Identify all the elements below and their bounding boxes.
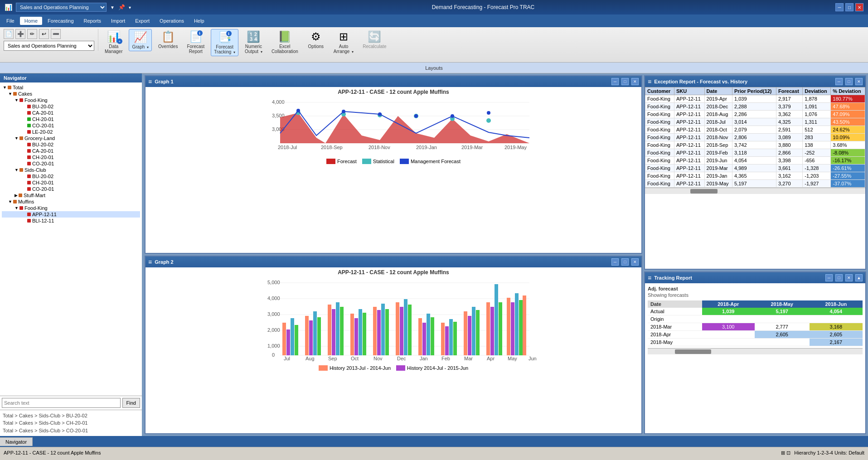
auto-arrange-btn[interactable]: ⊞ AutoArrange ▾ <box>331 29 356 55</box>
graph-btn[interactable]: 📈 Graph ▾ <box>129 29 152 51</box>
data-manager-btn[interactable]: 📊 + DataManager <box>102 29 125 55</box>
exc-cell-10-4: 3,162 <box>776 172 803 180</box>
tree-item-co2001[interactable]: CO-20-01 <box>2 122 140 129</box>
expand-grocery[interactable]: ▼ <box>15 136 19 140</box>
expand-sids[interactable]: ▼ <box>15 168 19 172</box>
menu-forecasting[interactable]: Forecasting <box>43 17 78 25</box>
maximize-btn[interactable]: □ <box>845 3 853 11</box>
overrides-btn[interactable]: 📋 Overrides <box>155 29 180 50</box>
legend-statistical-color <box>362 159 371 164</box>
workspace-dropdown[interactable]: Sales and Operations Planning <box>16 3 107 12</box>
exc-row: Food-KingAPP-12-112019-Mar4,9893,661-1,3… <box>645 165 865 172</box>
exc-minimize[interactable]: ─ <box>835 78 843 85</box>
expand-muffins[interactable]: ▼ <box>8 199 12 204</box>
tracking-maximize[interactable]: □ <box>835 274 843 281</box>
numeric-output-btn[interactable]: 🔢 NumericOutput ▾ <box>242 29 265 55</box>
nav-tab-navigator[interactable]: Navigator <box>0 437 33 446</box>
tree-item-bli1211[interactable]: BLI-12-11 <box>2 218 140 224</box>
graph1-close[interactable]: ✕ <box>631 78 639 85</box>
menu-home[interactable]: Home <box>20 17 42 25</box>
breadcrumb-1: Total > Cakes > Sids-Club > BU-20-02 <box>3 412 139 420</box>
forecast-report-btn[interactable]: 📄 ℹ ForecastReport <box>184 29 207 55</box>
tree-item-grocery[interactable]: ▼ Grocery-Land <box>2 135 140 141</box>
menu-export[interactable]: Export <box>131 17 154 25</box>
dot-grocery <box>19 136 23 140</box>
exc-cell-1-1: APP-12-11 <box>674 103 704 111</box>
exc-scroll[interactable]: Customer SKU Date Prior Period(12) Forec… <box>645 87 865 188</box>
tree-item-ch2001[interactable]: CH-20-01 <box>2 116 140 122</box>
app-icon: 📊 <box>5 4 12 11</box>
expand-cakes[interactable]: ▼ <box>8 92 12 96</box>
tree-item-stuffmart[interactable]: ▶ Stuff-Mart <box>2 192 140 199</box>
tree-item-le2002[interactable]: LE-20-02 <box>2 129 140 135</box>
add-btn[interactable]: ➕ <box>15 29 25 39</box>
graph2-minimize[interactable]: ─ <box>611 258 619 266</box>
tree-item-cakes[interactable]: ▼ Cakes <box>2 91 140 97</box>
dot-co2001 <box>27 124 31 127</box>
tree-item-g-ch2001[interactable]: CH-20-01 <box>2 154 140 160</box>
exc-cell-5-1: APP-12-11 <box>674 134 704 141</box>
tree-item-ca2001[interactable]: CA-20-01 <box>2 110 140 116</box>
graph1-maximize[interactable]: □ <box>621 78 629 85</box>
tree-item-s-co2001[interactable]: CO-20-01 <box>2 186 140 192</box>
exception-table: Customer SKU Date Prior Period(12) Forec… <box>645 87 865 188</box>
graph2-maximize[interactable]: □ <box>621 258 629 266</box>
dot-s-ch2001 <box>27 181 31 184</box>
expand-m-food-king[interactable]: ▼ <box>15 206 19 210</box>
dot-cakes <box>13 92 17 96</box>
search-input[interactable] <box>2 398 121 408</box>
tree-label-s-co2001: CO-20-01 <box>32 186 54 192</box>
tree-item-g-co2001[interactable]: CO-20-01 <box>2 160 140 167</box>
tree-item-bu2002[interactable]: BU-20-02 <box>2 103 140 110</box>
exc-cell-8-1: APP-12-11 <box>674 157 704 165</box>
tree-item-app1211[interactable]: APP-12-11 <box>2 211 140 218</box>
tracking-close[interactable]: ✕ <box>845 274 853 281</box>
menu-reports[interactable]: Reports <box>79 17 106 25</box>
svg-rect-49 <box>340 307 344 355</box>
options-btn[interactable]: ⚙ Options <box>305 29 327 50</box>
pencil-btn[interactable]: ✏ <box>27 29 37 39</box>
exc-cell-5-3: 2,806 <box>732 134 776 141</box>
undo-btn[interactable]: ↩ <box>39 29 49 39</box>
tree-item-food-king[interactable]: ▼ Food-King <box>2 97 140 103</box>
menu-import[interactable]: Import <box>107 17 130 25</box>
tree-item-g-ca2001[interactable]: CA-20-01 <box>2 148 140 154</box>
expand-food-king[interactable]: ▼ <box>15 98 19 102</box>
forecast-tracking-btn[interactable]: 📑 ℹ ForecastTracking ▾ <box>211 29 238 56</box>
exc-close[interactable]: ✕ <box>855 78 863 85</box>
svg-rect-80 <box>515 293 519 355</box>
auto-arrange-icon: ⊞ <box>339 30 348 43</box>
tracking-hscrollbar[interactable] <box>648 348 863 354</box>
layout-dropdown[interactable]: Sales and Operations Planning <box>4 41 94 51</box>
tree-item-muffins[interactable]: ▼ Muffins <box>2 199 140 205</box>
tree-item-g-bu2002[interactable]: BU-20-02 <box>2 141 140 148</box>
tree-item-sids[interactable]: ▼ Sids-Club <box>2 167 140 173</box>
exc-hscrollbar[interactable] <box>645 188 865 194</box>
menu-operations[interactable]: Operations <box>155 17 189 25</box>
menu-file[interactable]: File <box>2 17 19 25</box>
exc-maximize[interactable]: □ <box>845 78 853 85</box>
minus-btn[interactable]: ➖ <box>51 29 61 39</box>
tracking-expand[interactable]: ▲ <box>855 274 863 281</box>
menu-help[interactable]: Help <box>189 17 209 25</box>
exc-cell-10-3: 4,365 <box>732 172 776 180</box>
new-btn[interactable]: 📄 <box>4 29 14 39</box>
find-button[interactable]: Find <box>122 398 140 408</box>
exc-cell-4-2: 2018-Oct <box>704 126 732 134</box>
minimize-btn[interactable]: ─ <box>835 3 844 11</box>
graph1-minimize[interactable]: ─ <box>611 78 619 85</box>
tree-item-s-bu2002[interactable]: BU-20-02 <box>2 173 140 179</box>
numeric-output-label: NumericOutput ▾ <box>245 44 262 54</box>
tree-item-s-ch2001[interactable]: CH-20-01 <box>2 179 140 186</box>
graph2-close[interactable]: ✕ <box>631 258 639 266</box>
expand-stuffmart[interactable]: ▶ <box>15 193 18 198</box>
tree-item-m-food-king[interactable]: ▼ Food-King <box>2 205 140 211</box>
tracking-minimize[interactable]: ─ <box>825 274 833 281</box>
recalculate-btn[interactable]: 🔄 Recalculate <box>360 29 389 50</box>
excel-collab-btn[interactable]: 📗 ExcelCollaboration <box>269 29 301 55</box>
expand-total[interactable]: ▼ <box>3 85 7 90</box>
exc-cell-6-1: APP-12-11 <box>674 141 704 149</box>
tree-item-total[interactable]: ▼ Total <box>2 84 140 91</box>
close-btn[interactable]: ✕ <box>855 3 863 11</box>
svg-text:1,000: 1,000 <box>267 343 280 349</box>
